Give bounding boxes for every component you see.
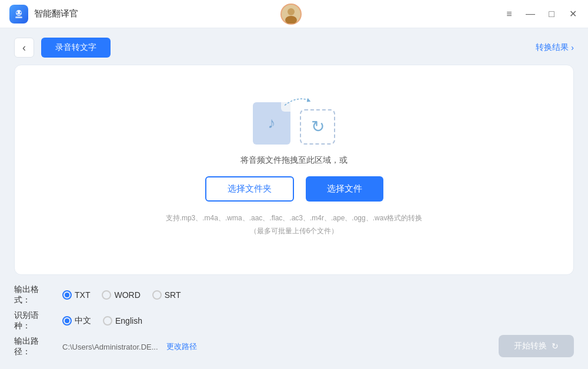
titlebar-left: 智能翻译官 [9, 5, 78, 24]
format-hint: 支持.mp3、.m4a、.wma、.aac、.flac、.ac3、.m4r、.a… [166, 212, 423, 237]
language-row: 识别语种： 中文 English [14, 310, 574, 331]
language-chinese-label: 中文 [75, 316, 91, 326]
language-radio-group: 中文 English [62, 316, 142, 326]
format-line2: （最多可批量上传6个文件） [166, 225, 423, 238]
svg-point-5 [288, 8, 295, 15]
titlebar: 智能翻译官 ≡ — □ ✕ [0, 0, 588, 28]
result-link-arrow: › [571, 43, 574, 52]
select-folder-button[interactable]: 选择文件夹 [205, 176, 294, 202]
format-radio-group: TXT WORD SRT [62, 290, 181, 300]
file-buttons: 选择文件夹 选择文件 [205, 176, 383, 202]
format-word-label: WORD [114, 290, 140, 300]
format-line1: 支持.mp3、.m4a、.wma、.aac、.flac、.ac3、.m4r、.a… [166, 212, 423, 225]
path-value: C:\Users\Administrator.DE... [62, 343, 158, 351]
toolbar: ‹ 录音转文字 转换结果 › [14, 38, 574, 58]
format-srt-radio[interactable] [152, 290, 162, 300]
drop-illustration: ♪ ↻ [253, 102, 335, 145]
app-title: 智能翻译官 [34, 8, 78, 19]
change-path-link[interactable]: 更改路径 [166, 341, 197, 352]
menu-button[interactable]: ≡ [503, 9, 515, 19]
language-chinese-option[interactable]: 中文 [62, 316, 91, 326]
close-button[interactable]: ✕ [567, 9, 579, 19]
start-button-label: 开始转换 [514, 341, 547, 351]
svg-point-1 [16, 11, 18, 12]
main-area: ‹ 录音转文字 转换结果 › ♪ ↻ 将音频文件拖拽至此 [0, 28, 588, 369]
drop-hint: 将音频文件拖拽至此区域，或 [240, 155, 348, 166]
convert-icon-box: ↻ [300, 109, 335, 145]
language-chinese-radio[interactable] [62, 316, 72, 326]
back-button[interactable]: ‹ [14, 38, 34, 58]
language-label: 识别语种： [14, 310, 54, 331]
select-file-button[interactable]: 选择文件 [306, 176, 383, 202]
language-english-label: English [115, 316, 142, 326]
result-link[interactable]: 转换结果 › [536, 42, 574, 53]
bottom-settings: 输出格式： TXT WORD SRT 识别语种： [14, 282, 574, 360]
avatar[interactable] [280, 4, 302, 25]
start-button-icon: ↻ [552, 341, 559, 351]
format-word-option[interactable]: WORD [102, 290, 140, 300]
path-label: 输出路径： [14, 336, 54, 357]
format-srt-label: SRT [165, 290, 181, 300]
window-controls: ≡ — □ ✕ [503, 9, 579, 19]
back-icon: ‹ [22, 42, 26, 54]
format-txt-option[interactable]: TXT [62, 290, 90, 300]
minimize-button[interactable]: — [524, 9, 536, 19]
output-format-row: 输出格式： TXT WORD SRT [14, 284, 574, 306]
format-txt-radio[interactable] [62, 290, 72, 300]
maximize-button[interactable]: □ [546, 9, 557, 19]
language-english-option[interactable]: English [103, 316, 142, 326]
format-txt-label: TXT [75, 290, 90, 300]
titlebar-center [280, 4, 302, 25]
format-word-radio[interactable] [102, 290, 111, 300]
drop-zone-card: ♪ ↻ 将音频文件拖拽至此区域，或 选择文件夹 选择文件 支持.mp3、.m4a… [14, 65, 574, 275]
convert-icon: ↻ [311, 117, 325, 136]
output-format-label: 输出格式： [14, 284, 54, 306]
language-english-radio[interactable] [103, 316, 112, 326]
arrow-icon [282, 92, 312, 109]
path-row: 输出路径： C:\Users\Administrator.DE... 更改路径 [14, 336, 574, 357]
audio-to-text-tab[interactable]: 录音转文字 [41, 38, 111, 58]
svg-rect-3 [15, 16, 22, 18]
format-srt-option[interactable]: SRT [152, 290, 181, 300]
svg-point-2 [20, 11, 21, 12]
start-convert-button[interactable]: 开始转换 ↻ [499, 335, 574, 357]
svg-marker-7 [307, 98, 311, 102]
toolbar-left: ‹ 录音转文字 [14, 38, 111, 58]
music-note-icon: ♪ [268, 114, 276, 132]
result-link-label: 转换结果 [536, 42, 569, 53]
app-icon [9, 5, 28, 24]
